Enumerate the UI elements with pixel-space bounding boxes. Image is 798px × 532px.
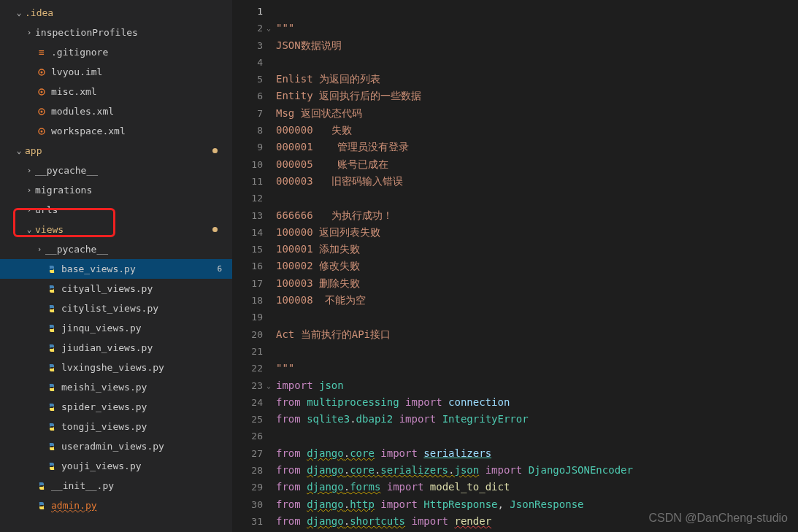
fold-chevron-down-icon[interactable]: ⌄ bbox=[266, 20, 271, 36]
code-line[interactable]: 000000 失败 bbox=[276, 122, 798, 139]
tree-item-label: base_views.py bbox=[61, 263, 212, 274]
code-line[interactable]: 000003 旧密码输入错误 bbox=[276, 173, 798, 190]
tree-item-jinqu-views-py[interactable]: jinqu_views.py bbox=[0, 318, 232, 338]
code-editor[interactable]: 1234567891011121314151617181920212223242… bbox=[232, 0, 798, 532]
code-line[interactable]: 000001 管理员没有登录 bbox=[276, 139, 798, 155]
tree-item-label: meishi_views.py bbox=[61, 382, 232, 393]
code-line[interactable]: JSON数据说明 bbox=[276, 37, 798, 54]
chevron-right-icon[interactable]: › bbox=[34, 244, 45, 254]
tree-item-lvxingshe-views-py[interactable]: lvxingshe_views.py bbox=[0, 358, 232, 377]
python-file-icon bbox=[45, 264, 58, 274]
code-line[interactable]: ⌄""" bbox=[276, 20, 798, 36]
python-file-icon bbox=[45, 422, 58, 432]
code-line[interactable]: Entity 返回执行后的一些数据 bbox=[276, 88, 798, 104]
chevron-right-icon[interactable]: › bbox=[23, 28, 35, 37]
tree-item-tongji-views-py[interactable]: tongji_views.py bbox=[0, 417, 232, 436]
code-line[interactable]: from multiprocessing import connection bbox=[276, 394, 798, 411]
tree-item-meishi-views-py[interactable]: meishi_views.py bbox=[0, 377, 232, 397]
line-number: 10 bbox=[232, 156, 263, 173]
code-line[interactable]: 000005 账号已成在 bbox=[276, 156, 798, 173]
tree-item-modules-xml[interactable]: modules.xml bbox=[0, 101, 232, 121]
tree-item-spider-views-py[interactable]: spider_views.py bbox=[0, 397, 232, 417]
tree-item--gitignore[interactable]: ≡.gitignore bbox=[0, 42, 232, 62]
tree-item-label: views bbox=[35, 224, 212, 235]
tree-item-youji-views-py[interactable]: youji_views.py bbox=[0, 456, 232, 476]
tree-item-lvyou-iml[interactable]: lvyou.iml bbox=[0, 62, 232, 82]
line-number: 19 bbox=[232, 309, 263, 325]
line-number: 3 bbox=[232, 37, 263, 54]
code-line[interactable]: from django.core import serializers bbox=[276, 445, 798, 462]
code-line[interactable] bbox=[276, 190, 798, 207]
code-line[interactable]: """ bbox=[276, 360, 798, 377]
tree-item-urls[interactable]: ›urls bbox=[0, 200, 232, 220]
line-number: 20 bbox=[232, 326, 263, 343]
tree-item--idea[interactable]: ⌄.idea bbox=[0, 3, 232, 23]
tree-item-jiudian-views-py[interactable]: jiudian_views.py bbox=[0, 338, 232, 358]
code-line[interactable]: from django.forms import model_to_dict bbox=[276, 479, 798, 496]
tree-item-label: migrations bbox=[35, 185, 232, 196]
tree-item-label: workspace.xml bbox=[51, 126, 232, 136]
code-line[interactable]: 100002 修改失败 bbox=[276, 258, 798, 274]
tree-item---pycache--[interactable]: ›__pycache__ bbox=[0, 239, 232, 259]
fold-chevron-down-icon[interactable]: ⌄ bbox=[266, 377, 271, 394]
file-explorer-sidebar[interactable]: ⌄.idea›inspectionProfiles≡.gitignorelvyo… bbox=[0, 0, 232, 532]
tree-item-views[interactable]: ⌄views bbox=[0, 220, 232, 239]
code-line[interactable]: Msg 返回状态代码 bbox=[276, 105, 798, 122]
tree-item---pycache--[interactable]: ›__pycache__ bbox=[0, 161, 232, 180]
chevron-right-icon[interactable]: › bbox=[23, 185, 35, 195]
code-line[interactable]: Enlist 为返回的列表 bbox=[276, 71, 798, 88]
code-line[interactable]: from django.http import HttpResponse, Js… bbox=[276, 496, 798, 513]
tree-item-cityall-views-py[interactable]: cityall_views.py bbox=[0, 279, 232, 298]
line-number: 14 bbox=[232, 224, 263, 241]
code-line[interactable]: ⌄import json bbox=[276, 377, 798, 394]
chevron-down-icon[interactable]: ⌄ bbox=[13, 8, 25, 18]
code-line[interactable]: 100001 添加失败 bbox=[276, 241, 798, 258]
code-line[interactable]: Act 当前执行的APi接口 bbox=[276, 326, 798, 343]
xml-file-icon bbox=[35, 126, 48, 136]
python-file-icon bbox=[35, 481, 48, 491]
line-number: 15 bbox=[232, 241, 263, 258]
code-line[interactable] bbox=[276, 428, 798, 444]
svg-point-7 bbox=[41, 130, 43, 132]
line-number: 17 bbox=[232, 275, 263, 292]
code-line[interactable]: 100003 删除失败 bbox=[276, 275, 798, 292]
xml-file-icon bbox=[35, 87, 48, 97]
line-number: 2 bbox=[232, 20, 263, 36]
chevron-down-icon[interactable]: ⌄ bbox=[23, 225, 35, 234]
problems-badge: 6 bbox=[212, 263, 226, 274]
code-line[interactable]: from sqlite3.dbapi2 import IntegrityErro… bbox=[276, 411, 798, 428]
tree-item-migrations[interactable]: ›migrations bbox=[0, 180, 232, 200]
code-line[interactable]: 100000 返回列表失败 bbox=[276, 224, 798, 241]
tree-item-citylist-views-py[interactable]: citylist_views.py bbox=[0, 298, 232, 318]
code-line[interactable]: from django.core.serializers.json import… bbox=[276, 462, 798, 479]
tree-item-label: lvyou.iml bbox=[51, 66, 232, 77]
code-line[interactable] bbox=[276, 343, 798, 360]
tree-item-workspace-xml[interactable]: workspace.xml bbox=[0, 121, 232, 141]
tree-item-label: __pycache__ bbox=[35, 165, 232, 176]
tree-item-label: tongji_views.py bbox=[61, 421, 232, 432]
code-line[interactable]: 100008 不能为空 bbox=[276, 292, 798, 309]
code-line[interactable]: 666666 为执行成功！ bbox=[276, 207, 798, 224]
code-content[interactable]: ⌄"""JSON数据说明 Enlist 为返回的列表Entity 返回执行后的一… bbox=[276, 0, 798, 532]
tree-item-admin-py[interactable]: admin.py bbox=[0, 496, 232, 515]
tree-item-label: cityall_views.py bbox=[61, 283, 232, 294]
tree-item-inspectionprofiles[interactable]: ›inspectionProfiles bbox=[0, 23, 232, 42]
line-number: 4 bbox=[232, 54, 263, 71]
tree-item-useradmin-views-py[interactable]: useradmin_views.py bbox=[0, 436, 232, 456]
tree-item-misc-xml[interactable]: misc.xml bbox=[0, 82, 232, 101]
code-line[interactable] bbox=[276, 3, 798, 20]
watermark-text: CSDN @DanCheng-studio bbox=[648, 512, 788, 525]
chevron-right-icon[interactable]: › bbox=[23, 205, 35, 215]
line-number: 16 bbox=[232, 258, 263, 274]
chevron-down-icon[interactable]: ⌄ bbox=[13, 146, 25, 155]
code-line[interactable] bbox=[276, 309, 798, 325]
code-line[interactable] bbox=[276, 54, 798, 71]
modified-dot-icon bbox=[212, 227, 218, 232]
tree-item-base-views-py[interactable]: base_views.py6 bbox=[0, 259, 232, 279]
tree-item-app[interactable]: ⌄app bbox=[0, 141, 232, 161]
tree-item-label: useradmin_views.py bbox=[61, 441, 232, 452]
chevron-right-icon[interactable]: › bbox=[23, 166, 35, 175]
line-number: 6 bbox=[232, 88, 263, 104]
tree-item-label: jinqu_views.py bbox=[61, 323, 232, 334]
tree-item---init---py[interactable]: __init__.py bbox=[0, 476, 232, 496]
